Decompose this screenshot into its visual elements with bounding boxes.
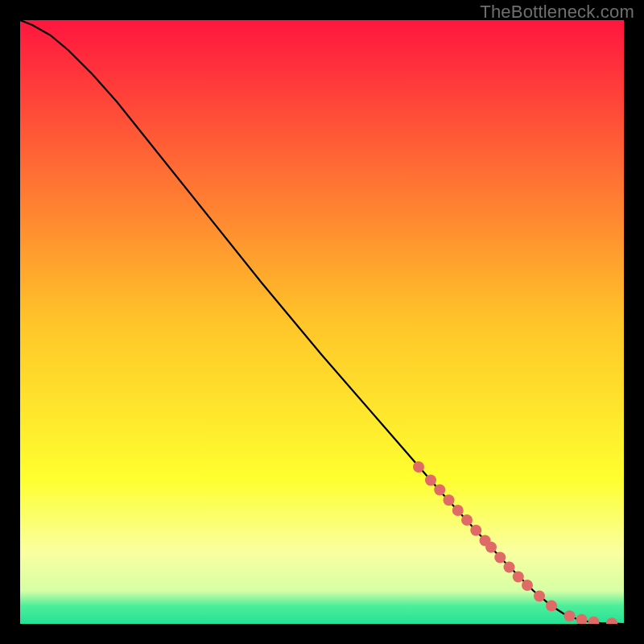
marker-point <box>564 610 576 621</box>
chart-svg <box>20 20 624 624</box>
marker-point <box>444 494 455 506</box>
chart-frame: TheBottleneck.com <box>0 0 644 644</box>
attribution-text: TheBottleneck.com <box>480 2 634 23</box>
marker-point <box>546 601 557 612</box>
marker-point <box>434 485 445 496</box>
marker-point <box>413 461 424 473</box>
marker-point <box>425 475 436 486</box>
marker-point <box>452 505 464 516</box>
marker-point <box>485 542 497 553</box>
marker-point <box>513 572 524 583</box>
marker-point <box>461 514 473 526</box>
marker-point <box>494 552 506 564</box>
marker-point <box>504 562 515 573</box>
marker-point <box>522 580 533 591</box>
plot-area <box>20 20 624 624</box>
gradient-background <box>20 20 624 624</box>
marker-point <box>470 525 481 536</box>
marker-point <box>534 591 545 602</box>
